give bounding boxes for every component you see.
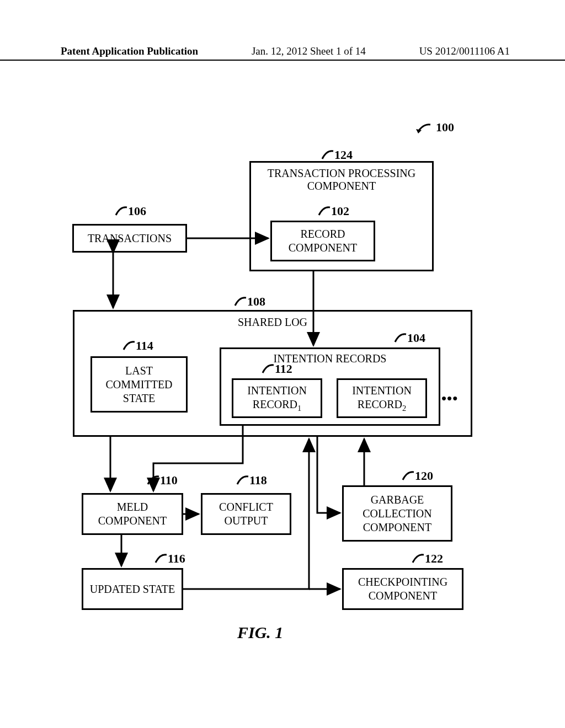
ref-110: 110	[160, 473, 178, 488]
header-left: Patent Application Publication	[61, 45, 198, 57]
ref-112: 112	[275, 362, 292, 376]
conflict-text: CONFLICT OUTPUT	[205, 500, 287, 528]
ref-116: 116	[168, 552, 185, 566]
ir1-line2: RECORD1	[253, 398, 301, 413]
record-component-text: RECORD COMPONENT	[274, 227, 371, 255]
ref-122-hook	[408, 553, 425, 565]
header-right: US 2012/0011106 A1	[419, 45, 510, 57]
ref-122: 122	[425, 552, 443, 566]
intention-record-2-box: INTENTION RECORD2	[337, 378, 427, 418]
garbage-box: GARBAGE COLLECTION COMPONENT	[342, 485, 452, 542]
transactions-box: TRANSACTIONS	[72, 224, 187, 253]
checkpointing-text: CHECKPOINTING COMPONENT	[346, 575, 460, 603]
shared-log-label: SHARED LOG	[74, 316, 471, 329]
conflict-box: CONFLICT OUTPUT	[201, 493, 291, 535]
ir1-line1: INTENTION	[247, 384, 307, 398]
ref-124-hook	[318, 149, 334, 161]
ref-102: 102	[331, 204, 349, 218]
ref-106: 106	[128, 204, 146, 218]
meld-text: MELD COMPONENT	[86, 500, 179, 528]
ref-100: 100	[436, 120, 454, 135]
meld-box: MELD COMPONENT	[82, 493, 183, 535]
header-center: Jan. 12, 2012 Sheet 1 of 14	[252, 45, 366, 57]
ir2-line2: RECORD2	[358, 398, 406, 413]
ref-114-hook	[119, 340, 136, 352]
ref-114: 114	[136, 339, 153, 353]
ref-110-hook	[143, 474, 160, 486]
diagram-area: 100 TRANSACTION PROCESSING COMPONENT 124…	[0, 61, 565, 667]
ref-120-hook	[398, 470, 415, 482]
ref-116-hook	[151, 553, 168, 565]
updated-text: UPDATED STATE	[90, 582, 175, 596]
ref-118: 118	[249, 473, 267, 488]
ref-118-hook	[233, 474, 249, 486]
last-committed-text: LAST COMMITTED STATE	[94, 364, 184, 405]
checkpointing-box: CHECKPOINTING COMPONENT	[342, 568, 463, 610]
ref-124: 124	[334, 148, 353, 162]
garbage-text: GARBAGE COLLECTION COMPONENT	[346, 493, 449, 534]
ref-108: 108	[247, 295, 265, 309]
ref-104-hook	[391, 332, 407, 344]
ref-100-hook	[415, 122, 431, 135]
last-committed-box: LAST COMMITTED STATE	[90, 356, 188, 413]
figure-label: FIG. 1	[237, 623, 283, 642]
record-component-box: RECORD COMPONENT	[270, 221, 375, 261]
tpc-label: TRANSACTION PROCESSING COMPONENT	[251, 167, 432, 192]
intention-record-1-box: INTENTION RECORD1	[232, 378, 322, 418]
page-header: Patent Application Publication Jan. 12, …	[0, 45, 565, 61]
transactions-text: TRANSACTIONS	[88, 232, 172, 245]
intention-records-label: INTENTION RECORDS	[221, 352, 439, 365]
ref-112-hook	[258, 363, 275, 375]
ref-102-hook	[315, 205, 331, 217]
ref-106-hook	[111, 205, 128, 217]
ref-108-hook	[231, 296, 247, 308]
ref-120: 120	[415, 469, 433, 483]
ref-104: 104	[407, 331, 425, 345]
ir2-line1: INTENTION	[352, 384, 412, 398]
updated-box: UPDATED STATE	[82, 568, 183, 610]
ellipsis: •••	[441, 390, 458, 407]
